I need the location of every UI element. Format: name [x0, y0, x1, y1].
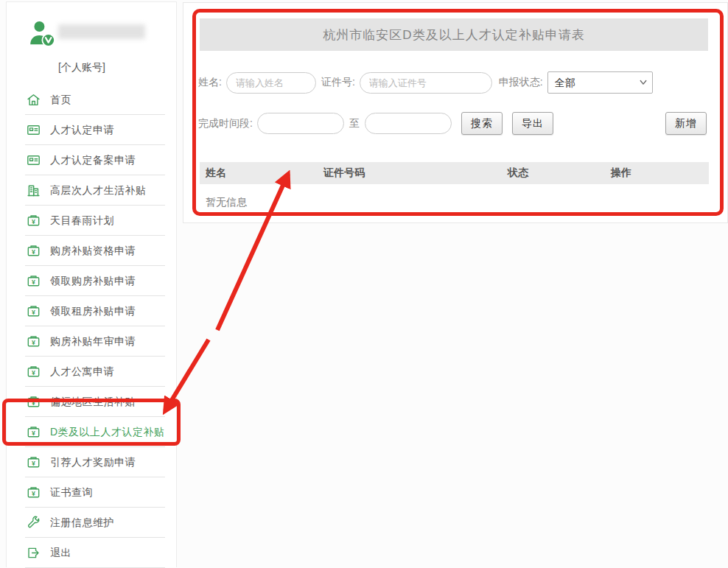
- column-header-status: 状态: [502, 166, 605, 180]
- to-label: 至: [349, 117, 360, 130]
- sidebar-item[interactable]: 领取租房补贴申请: [7, 296, 176, 326]
- yen-folder-icon: [26, 455, 41, 470]
- sidebar-item-label: 证书查询: [50, 486, 93, 499]
- sidebar-item[interactable]: 领取购房补贴申请: [7, 266, 176, 296]
- sidebar-item[interactable]: 人才认定备案申请: [7, 145, 176, 175]
- page-title-bar: 杭州市临安区D类及以上人才认定补贴申请表: [200, 18, 708, 51]
- sidebar-item[interactable]: 购房补贴资格申请: [7, 236, 176, 266]
- building-icon: [26, 183, 41, 198]
- sidebar-item-label: 偏远地区生活补贴: [50, 396, 136, 409]
- period-label: 完成时间段:: [198, 117, 253, 130]
- user-block: [个人账号]: [7, 2, 176, 85]
- sidebar-item-label: 退出: [50, 547, 71, 560]
- filter-row-2: 完成时间段: 至 搜索 导出 新增: [198, 112, 727, 135]
- yen-folder-icon: [26, 273, 41, 289]
- search-button[interactable]: 搜索: [461, 112, 503, 135]
- sidebar-item[interactable]: 偏远地区生活补贴: [7, 387, 176, 417]
- column-header-name: 姓名: [200, 166, 318, 180]
- sidebar-item[interactable]: 退出: [7, 538, 176, 568]
- period-start-input[interactable]: [257, 113, 344, 134]
- sidebar: [个人账号] 首页 人才认定申请 人才认定备案申请: [6, 1, 177, 567]
- home-icon: [26, 92, 41, 108]
- table-header: 姓名 证件号码 状态 操作: [200, 162, 709, 184]
- yen-folder-icon: [26, 243, 41, 259]
- yen-folder-icon: [26, 485, 41, 500]
- yen-folder-icon: [26, 364, 41, 379]
- name-label: 姓名:: [198, 76, 222, 89]
- account-type-label: [个人账号]: [58, 61, 176, 74]
- sidebar-item[interactable]: 首页: [7, 85, 176, 115]
- yen-folder-icon: [26, 213, 41, 228]
- add-button[interactable]: 新增: [665, 112, 707, 135]
- sidebar-item[interactable]: 引荐人才奖励申请: [7, 447, 176, 477]
- sidebar-item-label: 领取购房补贴申请: [50, 275, 136, 288]
- sidebar-item[interactable]: 天目春雨计划: [7, 206, 176, 236]
- page: [个人账号] 首页 人才认定申请 人才认定备案申请: [0, 0, 728, 568]
- sidebar-item[interactable]: 注册信息维护: [7, 508, 176, 538]
- sidebar-item[interactable]: 证书查询: [7, 477, 176, 508]
- export-button[interactable]: 导出: [512, 112, 553, 135]
- sidebar-item-label: 人才公寓申请: [50, 365, 114, 379]
- sidebar-item-label: 天目春雨计划: [50, 214, 114, 228]
- period-end-input[interactable]: [365, 113, 452, 134]
- sidebar-item-label: 人才认定备案申请: [50, 154, 136, 167]
- filter-row-1: 姓名: 证件号: 申报状态: 全部: [198, 71, 727, 94]
- sidebar-item-label: 人才认定申请: [50, 124, 114, 137]
- yen-folder-icon: [26, 394, 41, 410]
- id-card-icon: [26, 152, 41, 168]
- sidebar-item[interactable]: D类及以上人才认定补贴: [7, 417, 176, 447]
- sidebar-item-label: 购房补贴资格申请: [50, 245, 136, 258]
- logout-icon: [26, 545, 41, 561]
- yen-folder-icon: [26, 304, 41, 319]
- sidebar-item-label: 领取租房补贴申请: [50, 305, 136, 318]
- user-avatar-icon: [29, 20, 60, 52]
- sidebar-item[interactable]: 人才认定申请: [7, 115, 176, 145]
- sidebar-item-label: D类及以上人才认定补贴: [50, 426, 165, 439]
- sidebar-item-label: 首页: [50, 94, 71, 107]
- user-name-redacted: [58, 24, 145, 39]
- column-header-id: 证件号码: [318, 166, 502, 180]
- yen-folder-icon: [26, 424, 41, 440]
- sidebar-item-label: 引荐人才奖励申请: [50, 456, 136, 469]
- column-header-action: 操作: [605, 166, 709, 180]
- sidebar-item-label: 高层次人才生活补贴: [50, 184, 147, 197]
- sidebar-menu: 首页 人才认定申请 人才认定备案申请 高层次人才生活补贴: [7, 85, 176, 568]
- id-number-input[interactable]: [360, 72, 492, 94]
- sidebar-item-label: 购房补贴年审申请: [50, 335, 136, 348]
- id-card-icon: [26, 122, 41, 138]
- sidebar-item[interactable]: 人才公寓申请: [7, 357, 176, 387]
- page-title: 杭州市临安区D类及以上人才认定补贴申请表: [323, 27, 584, 43]
- name-input[interactable]: [226, 72, 316, 94]
- id-label: 证件号:: [321, 76, 355, 89]
- sidebar-item[interactable]: 购房补贴年审申请: [7, 326, 176, 357]
- empty-message: 暂无信息: [200, 184, 727, 209]
- status-label: 申报状态:: [499, 76, 543, 89]
- wrench-icon: [26, 515, 41, 530]
- main-panel: 杭州市临安区D类及以上人才认定补贴申请表 姓名: 证件号: 申报状态: 全部 完…: [183, 2, 728, 223]
- sidebar-item[interactable]: 高层次人才生活补贴: [7, 175, 176, 206]
- status-select[interactable]: 全部: [547, 71, 653, 94]
- sidebar-item-label: 注册信息维护: [50, 516, 114, 530]
- yen-folder-icon: [26, 334, 41, 349]
